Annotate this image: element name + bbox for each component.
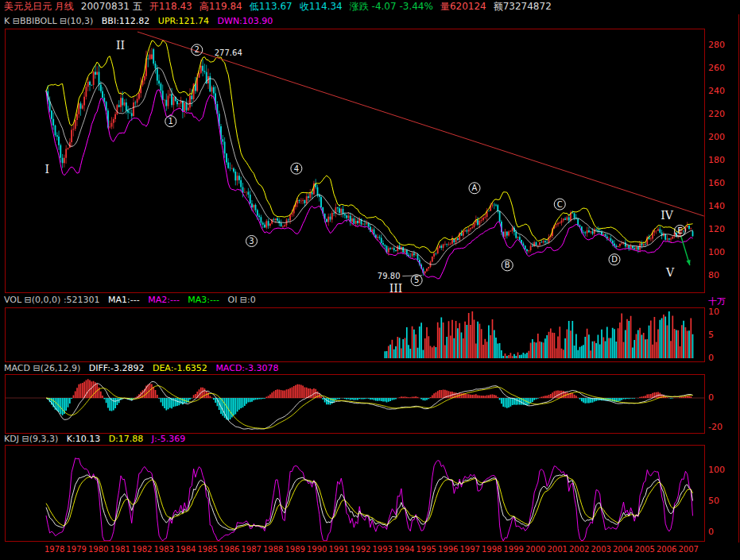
indicator-label-segment: UPR:121.74	[158, 16, 212, 26]
price-callout: 79.80	[378, 272, 401, 280]
macd-histogram-positive	[73, 379, 692, 398]
time-axis: 1978197919801981198219831984198519861987…	[0, 543, 740, 560]
indicator-label-segment: K:10.13	[67, 434, 103, 444]
year-label: 2006	[657, 545, 676, 554]
wave-circle-label: 1	[169, 117, 173, 126]
year-label: 2001	[548, 545, 568, 554]
y-tick-label: 180	[708, 156, 725, 165]
quote-field: 量620124	[440, 1, 486, 12]
wave-circle-label: 2	[195, 45, 200, 54]
kdj-panel	[5, 445, 705, 542]
up-wicks	[64, 48, 691, 275]
y-tick-label: 10	[708, 307, 719, 317]
year-label: 1994	[394, 545, 414, 554]
indicator-label-segment: OI ⊟:0	[227, 295, 255, 305]
macd-histogram-negative	[48, 398, 672, 420]
year-label: 1998	[482, 545, 502, 554]
app-window: 美元兑日元 月线20070831 五开118.43高119.84低113.67收…	[0, 0, 740, 560]
wave-annotations: III12277.643479.805IIIABCDIVEV	[45, 39, 691, 292]
volume-chart[interactable]	[6, 308, 704, 361]
year-label: 1987	[242, 545, 262, 554]
quote-field: 涨跌 -4.07 -3.44%	[350, 1, 433, 12]
wave-circle-label: C	[557, 200, 563, 209]
kdj-chart[interactable]	[6, 446, 704, 541]
year-label: 2003	[591, 545, 611, 554]
y-tick-label: 5	[708, 330, 714, 340]
upr-band-line	[46, 41, 693, 253]
year-label: 1982	[132, 545, 152, 554]
year-label: 1979	[67, 545, 87, 554]
dwn-band-line	[46, 90, 693, 279]
indicator-label-segment: MA2:---	[148, 295, 182, 305]
year-label: 1985	[198, 545, 218, 554]
quote-field: 高119.84	[200, 1, 242, 12]
year-label: 1978	[45, 545, 64, 554]
indicator-label-segment: J:-5.369	[152, 434, 185, 444]
volume-panel	[5, 307, 705, 362]
y-tick-label: 0	[708, 353, 714, 363]
indicator-label-segment: MA1:---	[108, 295, 142, 305]
wave-circle-label: B	[505, 261, 510, 269]
wave-circle-label: 4	[294, 164, 299, 173]
y-tick-label: 0	[708, 393, 714, 403]
year-label: 1991	[329, 545, 349, 554]
main-indicator-label[interactable]: K ⊟BBIBOLL ⊟(10,3) BBI:112.82 UPR:121.74…	[4, 16, 278, 27]
quote-field: 额73274872	[494, 1, 552, 12]
quote-field: 收114.34	[300, 1, 343, 12]
kdj-indicator-label[interactable]: KDJ ⊟(9,3,3) K:10.13 D:17.88 J:-5.369	[4, 434, 191, 445]
down-volume-bars	[385, 311, 692, 358]
volume-indicator-label[interactable]: VOL ⊟(0,0,0) :521301 MA1:--- MA2:--- MA3…	[4, 295, 262, 306]
y-tick-label: 80	[708, 271, 719, 280]
year-label: 1990	[307, 545, 327, 554]
indicator-label-segment: MACD ⊟(26,12,9)	[4, 363, 83, 373]
wave-label: IV	[661, 209, 674, 222]
y-tick-label: 160	[708, 179, 725, 188]
price-callout: 277.64	[215, 48, 242, 57]
year-label: 1995	[416, 545, 436, 554]
indicator-label-segment: DEA:-1.6352	[153, 363, 210, 373]
wave-circle-label: D	[611, 255, 618, 264]
year-label: 2000	[525, 545, 545, 554]
year-label: 2004	[613, 545, 633, 554]
year-label: 1996	[438, 545, 458, 554]
candles-group	[46, 48, 693, 276]
year-label: 1997	[460, 545, 480, 554]
year-label: 1984	[176, 545, 196, 554]
y-tick-label: 0	[708, 527, 714, 537]
y-tick-label: 260	[708, 64, 725, 73]
y-tick-label: 220	[708, 110, 725, 119]
quote-field: 20070831 五	[81, 1, 142, 12]
y-tick-label: 十万	[708, 297, 726, 307]
indicator-label-segment: DWN:103.90	[218, 16, 273, 26]
indicator-label-segment: MA3:---	[188, 295, 222, 305]
year-label: 1988	[263, 545, 283, 554]
year-label: 2007	[679, 545, 699, 554]
wave-circle-label: 5	[414, 276, 419, 284]
year-label: 1981	[110, 545, 130, 554]
year-label: 2005	[635, 545, 655, 554]
diff-line	[46, 382, 693, 430]
year-label: 1980	[88, 545, 108, 554]
main-chart-panel: III12277.643479.805IIIABCDIVEV	[5, 29, 705, 293]
y-tick-label: 280	[708, 41, 725, 50]
indicator-label-segment: KDJ ⊟(9,3,3)	[4, 434, 61, 444]
wave-label: I	[45, 163, 50, 176]
indicator-label-segment: D:17.88	[109, 434, 146, 444]
y-tick-label: 100	[708, 465, 725, 475]
macd-panel	[5, 374, 705, 434]
bbiboll-bands	[46, 41, 693, 279]
y-tick-label: 50	[708, 496, 719, 506]
quote-field: 美元兑日元 月线	[4, 1, 74, 12]
trendline	[138, 32, 704, 216]
macd-chart[interactable]	[6, 375, 704, 433]
indicator-label-segment: K ⊟BBIBOLL ⊟(10,3)	[4, 16, 96, 26]
indicator-label-segment: VOL ⊟(0,0,0) :521301	[4, 295, 103, 305]
candlestick-chart[interactable]: III12277.643479.805IIIABCDIVEV	[6, 29, 704, 292]
year-label: 1993	[373, 545, 393, 554]
wave-circle-label: 3	[249, 237, 254, 245]
macd-indicator-label[interactable]: MACD ⊟(26,12,9) DIFF:-3.2892 DEA:-1.6352…	[4, 363, 285, 374]
quote-header: 美元兑日元 月线20070831 五开118.43高119.84低113.67收…	[0, 0, 740, 14]
year-label: 1989	[285, 545, 305, 554]
quote-field: 低113.67	[250, 1, 293, 12]
wave-circle-label: A	[472, 183, 478, 192]
